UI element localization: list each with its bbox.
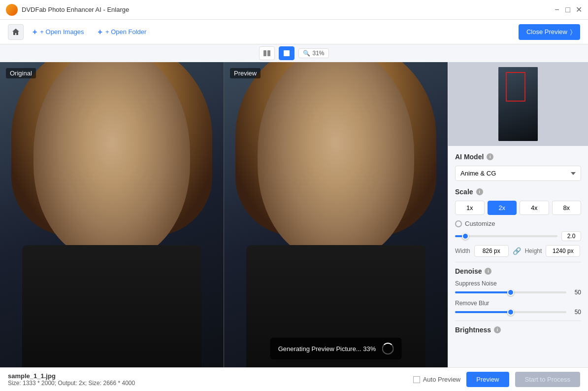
right-panel: AI Model i Anime & CG Real Photo Illustr… (448, 62, 588, 367)
auto-preview-label: Auto Preview (423, 376, 461, 383)
preview-button[interactable]: Preview (466, 372, 509, 387)
customize-value[interactable]: 2.0 (561, 231, 581, 241)
app-title: DVDFab Photo Enhancer AI - Enlarge (22, 6, 129, 13)
auto-preview-checkbox[interactable] (413, 376, 420, 383)
preview-label: Preview (230, 68, 261, 78)
app-logo (6, 4, 18, 16)
preview-button-label: Preview (476, 376, 499, 383)
progress-overlay: Generating Preview Picture... 33% (270, 338, 402, 359)
svg-rect-0 (263, 50, 266, 56)
scale-buttons: 1x 2x 4x 8x (455, 201, 581, 215)
split-view-button[interactable] (259, 46, 275, 60)
toolbar-left: + + Open Images + + Open Folder (8, 24, 151, 40)
brightness-info-icon[interactable]: i (494, 326, 501, 333)
close-preview-button[interactable]: Close Preview 〉 (519, 24, 580, 40)
close-button[interactable]: ✕ (575, 6, 582, 13)
thumbnail-selection-box (506, 72, 525, 102)
start-process-button[interactable]: Start to Process (515, 372, 580, 387)
remove-blur-track (455, 311, 566, 313)
scale-section-title: Scale i (455, 188, 581, 196)
status-left: sample_1_1.jpg Size: 1333 * 2000; Output… (8, 372, 135, 387)
titlebar-left: DVDFab Photo Enhancer AI - Enlarge (6, 4, 129, 16)
status-filename: sample_1_1.jpg (8, 372, 135, 380)
suppress-noise-value: 50 (569, 289, 581, 296)
start-process-label: Start to Process (525, 376, 570, 383)
open-folder-button[interactable]: + + Open Folder (93, 25, 152, 39)
suppress-noise-slider[interactable] (455, 289, 566, 296)
titlebar: DVDFab Photo Enhancer AI - Enlarge − □ ✕ (0, 0, 588, 20)
preview-image (224, 62, 448, 367)
remove-blur-row: 50 (455, 309, 581, 316)
zoom-control[interactable]: 🔍 31% (298, 48, 328, 58)
dimensions-row: Width 🔗 Height (455, 245, 581, 257)
portrait-body (22, 245, 201, 367)
height-input[interactable] (546, 245, 580, 257)
width-label: Width (455, 248, 470, 254)
customize-slider-track (455, 235, 557, 237)
status-right: Auto Preview Preview Start to Process (413, 372, 580, 387)
zoom-label: 31% (312, 50, 324, 57)
open-folder-label: + Open Folder (105, 28, 146, 36)
denoise-section-title: Denoise i (455, 267, 581, 275)
section-divider-2 (455, 320, 581, 321)
thumbnail-area (448, 62, 588, 146)
scale-info-icon[interactable]: i (476, 188, 483, 195)
remove-blur-fill (455, 311, 511, 313)
plus-icon-2: + (98, 28, 102, 36)
scale-2x-button[interactable]: 2x (488, 201, 517, 215)
height-label: Height (525, 248, 542, 254)
open-images-label: + Open Images (40, 28, 84, 36)
portrait-face (33, 62, 190, 260)
main-layout: Original Preview Generating Preview Pict… (0, 62, 588, 367)
toolbar: + + Open Images + + Open Folder Close Pr… (0, 20, 588, 44)
scale-4x-button[interactable]: 4x (520, 201, 549, 215)
single-view-icon (283, 50, 290, 56)
remove-blur-thumb[interactable] (507, 309, 514, 316)
ai-model-section-title: AI Model i (455, 153, 581, 161)
suppress-noise-track (455, 291, 566, 293)
maximize-button[interactable]: □ (564, 6, 571, 13)
preview-area: Original Preview Generating Preview Pict… (0, 62, 448, 367)
single-view-button[interactable] (279, 46, 294, 60)
svg-rect-1 (267, 50, 270, 56)
status-bar: sample_1_1.jpg Size: 1333 * 2000; Output… (0, 367, 588, 391)
brightness-section-title: Brightness i (455, 326, 581, 334)
progress-text: Generating Preview Picture... 33% (278, 345, 376, 353)
original-image (0, 62, 224, 367)
ai-model-label: AI Model (455, 153, 484, 161)
suppress-noise-fill (455, 291, 511, 293)
remove-blur-value: 50 (569, 309, 581, 316)
customize-slider-row: 2.0 (455, 231, 581, 241)
view-controls: 🔍 31% (0, 44, 588, 62)
progress-percent: 33% (363, 345, 376, 353)
customize-slider-thumb[interactable] (462, 233, 469, 240)
width-input[interactable] (474, 245, 509, 257)
split-view-icon (263, 50, 270, 56)
home-button[interactable] (8, 24, 24, 40)
svg-rect-2 (284, 50, 290, 56)
ai-model-info-icon[interactable]: i (487, 153, 493, 160)
remove-blur-slider[interactable] (455, 309, 566, 316)
original-label: Original (6, 68, 36, 78)
zoom-icon: 🔍 (303, 50, 310, 57)
scale-8x-button[interactable]: 8x (552, 201, 582, 215)
customize-label: Customize (465, 220, 495, 227)
window-controls[interactable]: − □ ✕ (554, 6, 582, 13)
ai-model-select[interactable]: Anime & CG Real Photo Illustration (455, 166, 581, 181)
status-info: Size: 1333 * 2000; Output: 2x; Size: 266… (8, 380, 135, 387)
customize-radio[interactable] (455, 220, 462, 227)
suppress-noise-label: Suppress Noise (455, 280, 581, 287)
scale-1x-button[interactable]: 1x (455, 201, 485, 215)
denoise-info-icon[interactable]: i (485, 268, 491, 275)
portrait-face-2 (258, 62, 414, 260)
plus-icon: + (33, 28, 37, 36)
link-icon: 🔗 (513, 247, 521, 255)
denoise-label: Denoise (455, 267, 482, 275)
open-images-button[interactable]: + + Open Images (28, 25, 89, 39)
progress-spinner (382, 343, 393, 355)
scale-label: Scale (455, 188, 473, 196)
chevron-right-icon: 〉 (570, 28, 572, 36)
minimize-button[interactable]: − (554, 6, 560, 13)
suppress-noise-thumb[interactable] (507, 289, 514, 296)
remove-blur-label: Remove Blur (455, 300, 581, 307)
